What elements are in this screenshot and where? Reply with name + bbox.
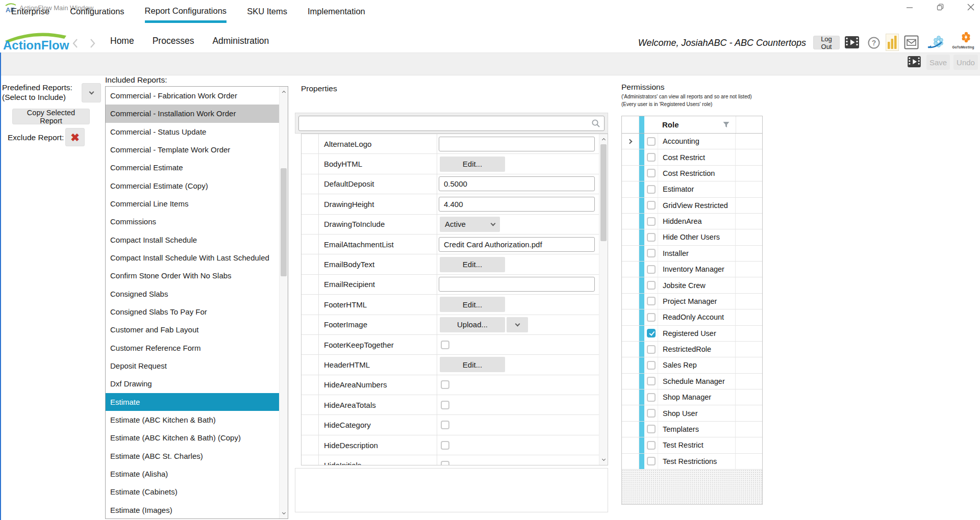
table-row[interactable]: ReadOnly Account xyxy=(622,309,762,325)
tab-sku-items[interactable]: SKU Items xyxy=(247,0,287,23)
row-expander[interactable] xyxy=(622,134,639,149)
property-input-AlternateLogo[interactable] xyxy=(439,137,595,151)
save-button[interactable]: Save xyxy=(926,55,950,70)
tab-report-configurations[interactable]: Report Configurations xyxy=(145,0,227,23)
list-item[interactable]: Deposit Request xyxy=(106,357,279,375)
list-item[interactable]: Commercial - Status Update xyxy=(106,123,279,141)
property-checkbox[interactable] xyxy=(441,441,449,450)
table-row[interactable]: Shop User xyxy=(622,405,762,421)
list-item[interactable]: Commissions xyxy=(106,213,279,230)
gotomeeting-icon[interactable]: GoToMeeting xyxy=(950,31,976,49)
table-row[interactable]: Test Restrict xyxy=(622,437,762,453)
role-checkbox[interactable] xyxy=(647,393,656,402)
table-row[interactable]: Cost Restriction xyxy=(622,166,762,181)
list-item[interactable]: Customer and Fab Layout xyxy=(106,321,279,339)
list-item[interactable]: Compact Install Schedule xyxy=(106,231,279,249)
property-checkbox[interactable] xyxy=(441,461,449,465)
role-checkbox[interactable] xyxy=(647,233,656,242)
table-row[interactable]: Accounting xyxy=(622,134,762,149)
role-checkbox[interactable] xyxy=(647,361,656,370)
role-checkbox[interactable] xyxy=(647,249,656,257)
list-item[interactable]: Estimate (ABC Kitchen & Bath) xyxy=(106,411,279,429)
table-row[interactable]: HiddenArea xyxy=(622,214,762,229)
exclude-report-button[interactable]: ✖ xyxy=(65,128,85,146)
list-item[interactable]: Confirm Stone Order With No Slabs xyxy=(106,267,279,284)
table-row[interactable]: Inventory Manager xyxy=(622,262,762,277)
forward-icon[interactable] xyxy=(86,37,99,51)
list-item[interactable]: Customer Reference Form xyxy=(106,339,279,357)
edit-button[interactable]: Edit... xyxy=(440,157,505,172)
close-button[interactable] xyxy=(963,1,978,13)
table-row[interactable]: Project Manager xyxy=(622,294,762,309)
property-input-DrawingHeight[interactable] xyxy=(439,197,595,212)
copy-selected-report-button[interactable]: Copy Selected Report xyxy=(12,109,90,124)
search-input[interactable] xyxy=(298,116,605,131)
filter-icon[interactable] xyxy=(723,121,730,128)
minimize-button[interactable] xyxy=(902,1,917,13)
scrollbar-thumb[interactable] xyxy=(281,168,287,276)
list-item[interactable]: Estimate xyxy=(106,393,279,411)
table-row[interactable]: Cost Restrict xyxy=(622,149,762,165)
role-checkbox[interactable] xyxy=(647,217,656,226)
list-item[interactable]: Dxf Drawing xyxy=(106,375,279,393)
role-checkbox[interactable] xyxy=(647,265,656,274)
restore-button[interactable] xyxy=(933,1,948,13)
nav-home[interactable]: Home xyxy=(110,36,134,46)
scrollbar-up-button[interactable] xyxy=(599,135,608,143)
list-item[interactable]: Estimate (ABC St. Charles) xyxy=(106,447,279,465)
help-icon[interactable]: ? xyxy=(867,36,881,51)
scrollbar-thumb[interactable] xyxy=(600,144,607,241)
list-item[interactable]: Estimate (Cabinets) xyxy=(106,483,279,501)
list-item[interactable]: Compact Install Schedule With Last Sched… xyxy=(106,249,279,267)
edit-button[interactable]: Edit... xyxy=(440,297,505,312)
tab-enterprise[interactable]: Enterprise xyxy=(11,0,49,23)
video-tutorial-icon[interactable] xyxy=(908,56,921,69)
table-row[interactable]: Installer xyxy=(622,246,762,262)
table-row[interactable]: RestrictedRole xyxy=(622,342,762,357)
tab-configurations[interactable]: Configurations xyxy=(70,0,124,23)
list-item[interactable]: Consigned Slabs xyxy=(106,285,279,303)
role-checkbox[interactable] xyxy=(647,137,656,146)
role-checkbox[interactable] xyxy=(647,297,656,305)
property-dropdown[interactable]: Active xyxy=(440,217,500,232)
list-item[interactable]: Consigned Slabs To Pay For xyxy=(106,303,279,321)
nav-administration[interactable]: Administration xyxy=(212,36,269,46)
upload-button[interactable]: Upload... xyxy=(440,317,505,332)
properties-scrollbar[interactable] xyxy=(599,134,608,465)
property-input-EmailAttachmentList[interactable] xyxy=(439,237,595,252)
table-row[interactable]: GridView Restricted xyxy=(622,198,762,214)
list-item[interactable]: Estimate (Images) xyxy=(106,501,279,519)
table-row[interactable]: Estimator xyxy=(622,181,762,197)
undo-button[interactable]: Undo xyxy=(953,55,978,70)
scrollbar-up-button[interactable] xyxy=(280,88,288,96)
table-row[interactable]: Jobsite Crew xyxy=(622,277,762,293)
role-checkbox[interactable] xyxy=(647,281,656,290)
role-checkbox[interactable] xyxy=(647,377,656,385)
role-checkbox[interactable] xyxy=(647,329,656,337)
role-checkbox[interactable] xyxy=(647,201,656,210)
table-row[interactable]: Templaters xyxy=(622,422,762,437)
edit-button[interactable]: Edit... xyxy=(440,357,505,372)
property-checkbox[interactable] xyxy=(441,380,449,389)
role-checkbox[interactable] xyxy=(647,345,656,354)
table-row[interactable]: Sales Rep xyxy=(622,357,762,373)
role-checkbox[interactable] xyxy=(647,185,656,194)
predefined-reports-dropdown[interactable] xyxy=(82,83,101,102)
logout-button[interactable]: Log Out xyxy=(813,36,840,49)
list-item[interactable]: Commercial - Template Work Order xyxy=(106,141,279,159)
table-row[interactable]: Hide Other Users xyxy=(622,229,762,245)
scrollbar-down-button[interactable] xyxy=(280,509,288,517)
mail-icon[interactable] xyxy=(904,35,919,51)
property-checkbox[interactable] xyxy=(441,421,449,429)
reports-scrollbar[interactable] xyxy=(279,87,288,518)
table-row[interactable]: Shop Manager xyxy=(622,389,762,405)
list-item[interactable]: Commercial Estimate xyxy=(106,159,279,176)
nav-processes[interactable]: Processes xyxy=(153,36,194,46)
table-row[interactable]: Registered User xyxy=(622,326,762,342)
upload-dropdown-button[interactable] xyxy=(507,317,528,332)
table-row[interactable]: Test Restrictions xyxy=(622,454,762,470)
video-tutorial-icon[interactable] xyxy=(845,36,859,50)
tab-implementation[interactable]: Implementation xyxy=(308,0,365,23)
role-checkbox[interactable] xyxy=(647,409,656,418)
role-checkbox[interactable] xyxy=(647,457,656,465)
